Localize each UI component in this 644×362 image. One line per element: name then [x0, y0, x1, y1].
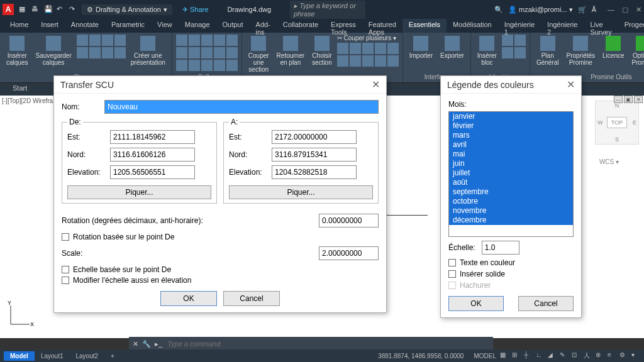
tab-modélisation[interactable]: Modélisation: [447, 19, 498, 33]
tab-add-ins[interactable]: Add-ins: [250, 19, 277, 33]
tab-essentiels[interactable]: Essentiels: [402, 19, 447, 33]
tab-insert[interactable]: Insert: [35, 19, 65, 33]
layout1-tab[interactable]: Layout1: [35, 351, 70, 361]
cart-icon[interactable]: 🛒: [578, 6, 587, 14]
layout2-tab[interactable]: Layout2: [69, 351, 104, 361]
help-icon[interactable]: Å: [592, 6, 596, 13]
a-est-input[interactable]: [272, 130, 357, 144]
cut-section-button[interactable]: Couper une section: [246, 35, 272, 74]
command-input[interactable]: [167, 340, 489, 348]
close-icon[interactable]: ✕: [372, 79, 380, 90]
model-tab[interactable]: Model: [4, 351, 35, 361]
palette-buttons[interactable]: —▣✕: [614, 96, 643, 103]
choose-section-button[interactable]: Choisir section: [309, 35, 335, 67]
close-icon[interactable]: ✕: [133, 340, 138, 348]
workspace-selector[interactable]: ⚙ Drafting & Annotation ▾: [82, 4, 172, 15]
echelle-input[interactable]: [482, 241, 519, 255]
rotation-input[interactable]: [319, 214, 379, 228]
cancel-button[interactable]: Cancel: [223, 291, 280, 306]
minimize-icon[interactable]: —: [608, 6, 614, 14]
lib-grid[interactable]: [502, 35, 526, 58]
month-item[interactable]: juillet: [449, 168, 573, 178]
tab-ingénierie-1[interactable]: Ingénierie 1: [498, 19, 541, 33]
grilles-grid[interactable]: [176, 35, 238, 71]
add-layout-button[interactable]: +: [104, 351, 121, 361]
wrench-icon[interactable]: 🔧: [142, 340, 151, 348]
month-item[interactable]: janvier: [449, 112, 573, 121]
command-line[interactable]: ✕🔧▸_: [129, 337, 493, 351]
qat-icon[interactable]: ↷: [69, 5, 78, 14]
a-elev-input[interactable]: [272, 165, 357, 179]
month-item[interactable]: février: [449, 121, 573, 131]
months-listbox[interactable]: janvierfévriermarsavrilmaijuinjuilletaoû…: [448, 111, 574, 237]
qat-icon[interactable]: ↶: [57, 5, 65, 14]
month-item[interactable]: novembre: [449, 206, 573, 216]
nom-input[interactable]: [104, 100, 379, 114]
tab-output[interactable]: Output: [216, 19, 250, 33]
model-badge[interactable]: MODEL: [470, 353, 500, 359]
promine-props-button[interactable]: Propriétés Promine: [564, 35, 597, 67]
tab-progeox[interactable]: Progeox: [618, 19, 644, 33]
tab-parametric[interactable]: Parametric: [105, 19, 151, 33]
insert-layers-button[interactable]: Insérer calques: [4, 35, 30, 67]
a-piquer-button[interactable]: Piquer...: [229, 185, 373, 199]
user-menu[interactable]: 👤 mzaki@promi... ▾: [508, 6, 573, 14]
qat-icon[interactable]: 💾: [44, 5, 53, 14]
cancel-button[interactable]: Cancel: [518, 296, 574, 311]
insert-block-button[interactable]: Insérer bloc: [475, 35, 499, 67]
options-button[interactable]: Options Promine: [630, 35, 644, 67]
month-item[interactable]: août: [449, 178, 573, 187]
qat-icon[interactable]: ▦: [19, 5, 28, 14]
de-elev-input[interactable]: [110, 165, 195, 179]
licence-button[interactable]: Licence: [600, 35, 626, 60]
quick-access-toolbar[interactable]: ▦ 🖶 💾 ↶ ↷: [19, 5, 78, 14]
status-icons[interactable]: ▦⊞┼∟◢✎⊡人⊕≡⚙▾: [500, 351, 640, 360]
scale-checkbox[interactable]: Echelle basée sur le point De: [62, 265, 379, 274]
de-nord-input[interactable]: [110, 148, 195, 162]
month-item[interactable]: décembre: [449, 216, 573, 225]
month-item[interactable]: avril: [449, 140, 573, 150]
tab-manage[interactable]: Manage: [179, 19, 216, 33]
scale-input[interactable]: [319, 246, 379, 260]
month-item[interactable]: juin: [449, 159, 573, 168]
insert-solid-checkbox[interactable]: Insérer solide: [448, 270, 574, 278]
modify-elev-checkbox[interactable]: Modifier l'échelle aussi en élevation: [62, 276, 379, 285]
close-icon[interactable]: ✕: [567, 79, 575, 90]
export-button[interactable]: Exporter: [438, 35, 467, 60]
text-color-checkbox[interactable]: Texte en couleur: [448, 258, 574, 267]
general-plan-button[interactable]: Plan Général: [534, 35, 562, 67]
wcs-label[interactable]: WCS ▾: [599, 158, 619, 165]
classeur-grid[interactable]: [77, 35, 126, 58]
cut-multiple-button[interactable]: ✂ Couper plusieurs ▾: [337, 35, 399, 41]
ok-button[interactable]: OK: [160, 291, 217, 306]
view-cube[interactable]: N S W E TOP: [595, 101, 639, 145]
search-icon[interactable]: 🔍: [494, 6, 503, 14]
view-label[interactable]: [-][Top][2D Wirefra: [2, 97, 53, 104]
tab-collaborate[interactable]: Collaborate: [277, 19, 325, 33]
import-button[interactable]: Importer: [407, 35, 435, 60]
tab-home[interactable]: Home: [4, 19, 35, 33]
qat-icon[interactable]: 🖶: [31, 5, 40, 14]
search-input[interactable]: ▸ Type a keyword or phrase: [290, 1, 365, 19]
month-item[interactable]: octobre: [449, 197, 573, 206]
return-plan-button[interactable]: Retourner en plan: [274, 35, 307, 67]
section-grid[interactable]: [337, 43, 399, 67]
save-layers-button[interactable]: Sauvegarder calques: [33, 35, 74, 67]
month-item[interactable]: mars: [449, 131, 573, 140]
tab-ingénierie-2[interactable]: Ingénierie 2: [541, 19, 584, 33]
tab-featured-apps[interactable]: Featured Apps: [362, 19, 402, 33]
share-button[interactable]: ✈ Share: [182, 6, 208, 14]
tab-express-tools[interactable]: Express Tools: [325, 19, 362, 33]
create-presentation-button[interactable]: Créer une présentation: [128, 35, 168, 67]
tab-live-survey[interactable]: Live Survey: [584, 19, 618, 33]
restore-icon[interactable]: ▢: [622, 6, 628, 14]
tab-view[interactable]: View: [151, 19, 179, 33]
month-item[interactable]: mai: [449, 150, 573, 159]
de-piquer-button[interactable]: Piquer...: [67, 185, 211, 199]
ok-button[interactable]: OK: [448, 296, 504, 311]
rotation-checkbox[interactable]: Rotation basée sur le point De: [62, 233, 379, 241]
close-icon[interactable]: ✕: [636, 6, 641, 14]
a-nord-input[interactable]: [272, 148, 357, 162]
de-est-input[interactable]: [110, 130, 195, 144]
month-item[interactable]: septembre: [449, 187, 573, 197]
